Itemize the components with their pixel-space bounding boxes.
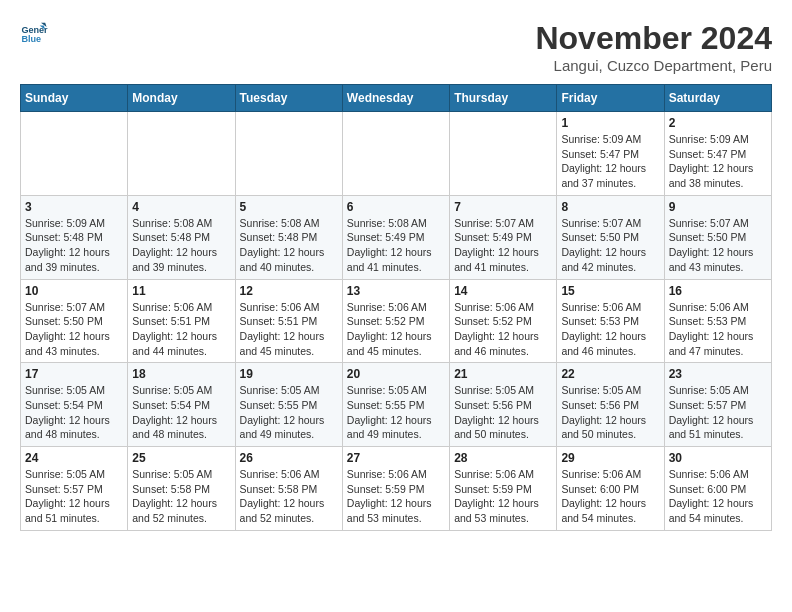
day-number: 6 bbox=[347, 200, 445, 214]
calendar-cell: 4Sunrise: 5:08 AM Sunset: 5:48 PM Daylig… bbox=[128, 195, 235, 279]
calendar-cell: 20Sunrise: 5:05 AM Sunset: 5:55 PM Dayli… bbox=[342, 363, 449, 447]
day-number: 30 bbox=[669, 451, 767, 465]
day-info: Sunrise: 5:05 AM Sunset: 5:56 PM Dayligh… bbox=[561, 383, 659, 442]
day-info: Sunrise: 5:06 AM Sunset: 6:00 PM Dayligh… bbox=[561, 467, 659, 526]
day-info: Sunrise: 5:09 AM Sunset: 5:48 PM Dayligh… bbox=[25, 216, 123, 275]
calendar-cell: 19Sunrise: 5:05 AM Sunset: 5:55 PM Dayli… bbox=[235, 363, 342, 447]
svg-text:General: General bbox=[21, 25, 48, 35]
day-number: 5 bbox=[240, 200, 338, 214]
calendar-cell bbox=[21, 112, 128, 196]
day-number: 25 bbox=[132, 451, 230, 465]
calendar-cell: 21Sunrise: 5:05 AM Sunset: 5:56 PM Dayli… bbox=[450, 363, 557, 447]
calendar-cell: 17Sunrise: 5:05 AM Sunset: 5:54 PM Dayli… bbox=[21, 363, 128, 447]
logo-icon: General Blue bbox=[20, 20, 48, 48]
day-number: 18 bbox=[132, 367, 230, 381]
calendar-week-4: 17Sunrise: 5:05 AM Sunset: 5:54 PM Dayli… bbox=[21, 363, 772, 447]
weekday-header-thursday: Thursday bbox=[450, 85, 557, 112]
svg-text:Blue: Blue bbox=[21, 34, 41, 44]
day-number: 15 bbox=[561, 284, 659, 298]
day-info: Sunrise: 5:08 AM Sunset: 5:49 PM Dayligh… bbox=[347, 216, 445, 275]
weekday-header-sunday: Sunday bbox=[21, 85, 128, 112]
month-year-title: November 2024 bbox=[535, 20, 772, 57]
day-info: Sunrise: 5:06 AM Sunset: 5:58 PM Dayligh… bbox=[240, 467, 338, 526]
calendar-cell: 8Sunrise: 5:07 AM Sunset: 5:50 PM Daylig… bbox=[557, 195, 664, 279]
day-info: Sunrise: 5:06 AM Sunset: 5:52 PM Dayligh… bbox=[454, 300, 552, 359]
day-number: 2 bbox=[669, 116, 767, 130]
calendar-cell: 27Sunrise: 5:06 AM Sunset: 5:59 PM Dayli… bbox=[342, 447, 449, 531]
calendar-cell: 1Sunrise: 5:09 AM Sunset: 5:47 PM Daylig… bbox=[557, 112, 664, 196]
day-number: 24 bbox=[25, 451, 123, 465]
weekday-header-tuesday: Tuesday bbox=[235, 85, 342, 112]
weekday-header-saturday: Saturday bbox=[664, 85, 771, 112]
calendar-cell: 11Sunrise: 5:06 AM Sunset: 5:51 PM Dayli… bbox=[128, 279, 235, 363]
calendar-table: SundayMondayTuesdayWednesdayThursdayFrid… bbox=[20, 84, 772, 531]
calendar-cell: 25Sunrise: 5:05 AM Sunset: 5:58 PM Dayli… bbox=[128, 447, 235, 531]
calendar-cell: 24Sunrise: 5:05 AM Sunset: 5:57 PM Dayli… bbox=[21, 447, 128, 531]
day-info: Sunrise: 5:06 AM Sunset: 5:53 PM Dayligh… bbox=[669, 300, 767, 359]
day-number: 27 bbox=[347, 451, 445, 465]
day-info: Sunrise: 5:06 AM Sunset: 5:59 PM Dayligh… bbox=[347, 467, 445, 526]
day-number: 9 bbox=[669, 200, 767, 214]
day-number: 16 bbox=[669, 284, 767, 298]
weekday-header-row: SundayMondayTuesdayWednesdayThursdayFrid… bbox=[21, 85, 772, 112]
day-info: Sunrise: 5:06 AM Sunset: 6:00 PM Dayligh… bbox=[669, 467, 767, 526]
day-info: Sunrise: 5:08 AM Sunset: 5:48 PM Dayligh… bbox=[132, 216, 230, 275]
day-number: 29 bbox=[561, 451, 659, 465]
day-number: 19 bbox=[240, 367, 338, 381]
day-info: Sunrise: 5:06 AM Sunset: 5:52 PM Dayligh… bbox=[347, 300, 445, 359]
day-number: 22 bbox=[561, 367, 659, 381]
day-info: Sunrise: 5:06 AM Sunset: 5:59 PM Dayligh… bbox=[454, 467, 552, 526]
logo: General Blue bbox=[20, 20, 48, 48]
calendar-week-2: 3Sunrise: 5:09 AM Sunset: 5:48 PM Daylig… bbox=[21, 195, 772, 279]
calendar-cell: 26Sunrise: 5:06 AM Sunset: 5:58 PM Dayli… bbox=[235, 447, 342, 531]
day-info: Sunrise: 5:06 AM Sunset: 5:53 PM Dayligh… bbox=[561, 300, 659, 359]
calendar-cell: 18Sunrise: 5:05 AM Sunset: 5:54 PM Dayli… bbox=[128, 363, 235, 447]
day-number: 1 bbox=[561, 116, 659, 130]
calendar-cell bbox=[235, 112, 342, 196]
calendar-cell: 29Sunrise: 5:06 AM Sunset: 6:00 PM Dayli… bbox=[557, 447, 664, 531]
day-number: 14 bbox=[454, 284, 552, 298]
calendar-cell: 3Sunrise: 5:09 AM Sunset: 5:48 PM Daylig… bbox=[21, 195, 128, 279]
calendar-cell bbox=[450, 112, 557, 196]
day-info: Sunrise: 5:05 AM Sunset: 5:55 PM Dayligh… bbox=[347, 383, 445, 442]
day-number: 23 bbox=[669, 367, 767, 381]
calendar-cell: 10Sunrise: 5:07 AM Sunset: 5:50 PM Dayli… bbox=[21, 279, 128, 363]
day-number: 17 bbox=[25, 367, 123, 381]
calendar-cell bbox=[128, 112, 235, 196]
day-info: Sunrise: 5:05 AM Sunset: 5:57 PM Dayligh… bbox=[669, 383, 767, 442]
day-info: Sunrise: 5:05 AM Sunset: 5:55 PM Dayligh… bbox=[240, 383, 338, 442]
weekday-header-wednesday: Wednesday bbox=[342, 85, 449, 112]
day-number: 4 bbox=[132, 200, 230, 214]
calendar-week-3: 10Sunrise: 5:07 AM Sunset: 5:50 PM Dayli… bbox=[21, 279, 772, 363]
day-info: Sunrise: 5:07 AM Sunset: 5:49 PM Dayligh… bbox=[454, 216, 552, 275]
day-info: Sunrise: 5:05 AM Sunset: 5:57 PM Dayligh… bbox=[25, 467, 123, 526]
day-number: 11 bbox=[132, 284, 230, 298]
calendar-cell: 5Sunrise: 5:08 AM Sunset: 5:48 PM Daylig… bbox=[235, 195, 342, 279]
day-info: Sunrise: 5:06 AM Sunset: 5:51 PM Dayligh… bbox=[240, 300, 338, 359]
day-number: 26 bbox=[240, 451, 338, 465]
day-number: 10 bbox=[25, 284, 123, 298]
location-subtitle: Langui, Cuzco Department, Peru bbox=[535, 57, 772, 74]
calendar-cell: 30Sunrise: 5:06 AM Sunset: 6:00 PM Dayli… bbox=[664, 447, 771, 531]
title-section: November 2024 Langui, Cuzco Department, … bbox=[535, 20, 772, 74]
page-header: General Blue November 2024 Langui, Cuzco… bbox=[20, 20, 772, 74]
day-number: 12 bbox=[240, 284, 338, 298]
calendar-cell: 7Sunrise: 5:07 AM Sunset: 5:49 PM Daylig… bbox=[450, 195, 557, 279]
day-info: Sunrise: 5:07 AM Sunset: 5:50 PM Dayligh… bbox=[561, 216, 659, 275]
day-number: 7 bbox=[454, 200, 552, 214]
day-info: Sunrise: 5:05 AM Sunset: 5:54 PM Dayligh… bbox=[132, 383, 230, 442]
day-info: Sunrise: 5:09 AM Sunset: 5:47 PM Dayligh… bbox=[561, 132, 659, 191]
calendar-cell: 9Sunrise: 5:07 AM Sunset: 5:50 PM Daylig… bbox=[664, 195, 771, 279]
calendar-cell bbox=[342, 112, 449, 196]
day-number: 28 bbox=[454, 451, 552, 465]
day-info: Sunrise: 5:05 AM Sunset: 5:56 PM Dayligh… bbox=[454, 383, 552, 442]
day-number: 13 bbox=[347, 284, 445, 298]
calendar-cell: 6Sunrise: 5:08 AM Sunset: 5:49 PM Daylig… bbox=[342, 195, 449, 279]
day-info: Sunrise: 5:05 AM Sunset: 5:58 PM Dayligh… bbox=[132, 467, 230, 526]
day-info: Sunrise: 5:06 AM Sunset: 5:51 PM Dayligh… bbox=[132, 300, 230, 359]
day-number: 21 bbox=[454, 367, 552, 381]
calendar-cell: 14Sunrise: 5:06 AM Sunset: 5:52 PM Dayli… bbox=[450, 279, 557, 363]
calendar-cell: 2Sunrise: 5:09 AM Sunset: 5:47 PM Daylig… bbox=[664, 112, 771, 196]
day-info: Sunrise: 5:05 AM Sunset: 5:54 PM Dayligh… bbox=[25, 383, 123, 442]
day-info: Sunrise: 5:08 AM Sunset: 5:48 PM Dayligh… bbox=[240, 216, 338, 275]
